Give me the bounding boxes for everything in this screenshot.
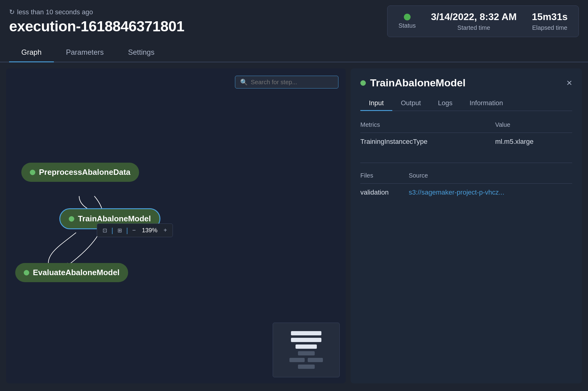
- node-label-train: TrainAbaloneModel: [78, 214, 151, 223]
- metrics-col-header: Metrics: [360, 118, 495, 133]
- node-label-preprocess: PreprocessAbaloneData: [39, 168, 131, 177]
- detail-panel: TrainAbaloneModel × Input Output Logs In…: [351, 68, 582, 383]
- elapsed-time-value: 15m31s: [532, 11, 568, 22]
- started-time-label: Started time: [457, 24, 490, 31]
- tab-graph[interactable]: Graph: [9, 43, 54, 62]
- metrics-table: Metrics Value TrainingInstancecType ml.m…: [360, 118, 572, 151]
- page-title: execution-1618846371801: [9, 18, 184, 35]
- node-dot-preprocess: [30, 170, 35, 175]
- minimap-bar-7: [298, 365, 315, 369]
- refresh-row: ↻ less than 10 seconds ago: [9, 8, 184, 16]
- search-bar[interactable]: 🔍: [235, 76, 338, 88]
- minimap-bar-2: [291, 338, 321, 342]
- node-evaluate[interactable]: EvaluateAbaloneModel: [15, 263, 128, 282]
- minimap-bar-3: [296, 344, 317, 349]
- file-source[interactable]: s3://sagemaker-project-p-vhcz...: [409, 184, 572, 202]
- search-input[interactable]: [251, 79, 333, 86]
- detail-title-text: TrainAbaloneModel: [370, 77, 466, 89]
- detail-tabs: Input Output Logs Information: [360, 96, 572, 111]
- files-table: Files Source validation s3://sagemaker-p…: [360, 169, 572, 201]
- detail-tab-information[interactable]: Information: [461, 96, 512, 111]
- tabs-bar: Graph Parameters Settings: [0, 43, 588, 62]
- fit-button[interactable]: ⊡: [100, 226, 110, 235]
- source-col-header: Source: [409, 169, 572, 184]
- minimap: [273, 323, 340, 377]
- status-item-status: Status: [398, 14, 416, 29]
- tab-settings[interactable]: Settings: [116, 43, 167, 62]
- node-label-evaluate: EvaluateAbaloneModel: [33, 268, 120, 277]
- detail-tab-logs[interactable]: Logs: [429, 96, 461, 111]
- elapsed-time-label: Elapsed time: [532, 24, 567, 31]
- value-col-header: Value: [495, 118, 572, 133]
- files-col-header: Files: [360, 169, 409, 184]
- refresh-label: less than 10 seconds ago: [17, 8, 93, 16]
- detail-tab-output[interactable]: Output: [392, 96, 429, 111]
- zoom-toolbar: ⊡ | ⊞ | − 139% +: [97, 223, 173, 237]
- search-icon: 🔍: [240, 78, 248, 86]
- detail-title: TrainAbaloneModel: [360, 77, 466, 89]
- status-dot: [404, 14, 411, 20]
- status-item-started: 3/14/2022, 8:32 AM Started time: [431, 11, 517, 31]
- main-content: 🔍 PreprocessAbaloneData TrainAbaloneMo: [0, 62, 588, 389]
- minimap-bar-1: [291, 331, 321, 335]
- status-item-elapsed: 15m31s Elapsed time: [532, 11, 568, 31]
- center-button[interactable]: ⊞: [115, 226, 124, 235]
- refresh-icon: ↻: [9, 8, 15, 16]
- tab-parameters[interactable]: Parameters: [54, 43, 116, 62]
- metric-value: ml.m5.xlarge: [495, 133, 572, 151]
- metric-name: TrainingInstancecType: [360, 133, 495, 151]
- detail-tab-input[interactable]: Input: [360, 96, 392, 111]
- graph-panel: 🔍 PreprocessAbaloneData TrainAbaloneMo: [6, 68, 346, 383]
- zoom-in-button[interactable]: +: [161, 226, 170, 235]
- zoom-divider-1: |: [111, 227, 113, 234]
- started-time-value: 3/14/2022, 8:32 AM: [431, 11, 517, 22]
- node-preprocess[interactable]: PreprocessAbaloneData: [21, 163, 139, 182]
- table-row: TrainingInstancecType ml.m5.xlarge: [360, 133, 572, 151]
- file-table-row: validation s3://sagemaker-project-p-vhcz…: [360, 184, 572, 202]
- node-dot-train: [69, 216, 74, 222]
- file-name: validation: [360, 184, 409, 202]
- zoom-out-button[interactable]: −: [130, 226, 138, 235]
- close-button[interactable]: ×: [566, 77, 572, 88]
- zoom-divider-2: |: [126, 227, 128, 234]
- minimap-bar-6: [308, 358, 323, 362]
- status-label: Status: [398, 22, 416, 29]
- detail-status-dot: [360, 80, 366, 86]
- zoom-percent: 139%: [140, 227, 159, 234]
- minimap-bar-5: [289, 358, 305, 362]
- node-dot-evaluate: [24, 270, 29, 275]
- status-box: Status 3/14/2022, 8:32 AM Started time 1…: [387, 5, 579, 37]
- detail-header: TrainAbaloneModel ×: [360, 77, 572, 89]
- minimap-bar-4: [298, 351, 315, 355]
- top-bar: ↻ less than 10 seconds ago execution-161…: [0, 0, 588, 40]
